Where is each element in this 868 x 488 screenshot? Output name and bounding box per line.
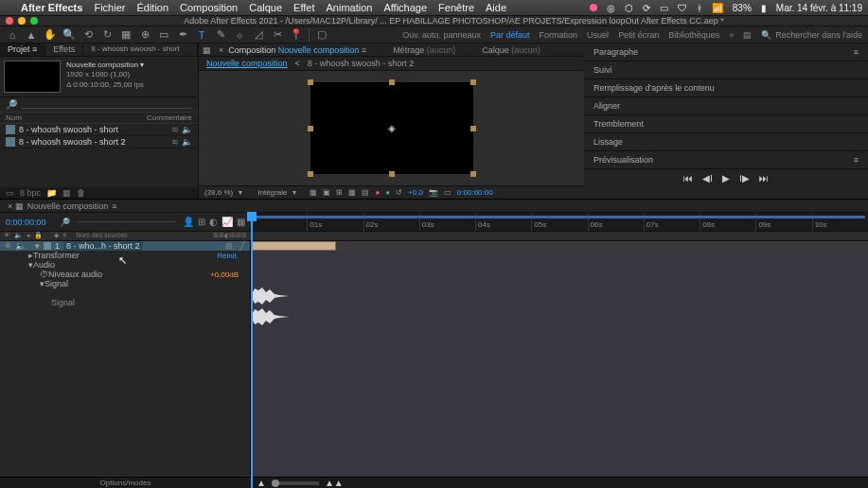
anchor-point-icon[interactable]: ◈	[385, 122, 399, 135]
layer-track[interactable]	[251, 241, 868, 251]
menu-animation[interactable]: Animation	[327, 2, 373, 13]
handle-bl[interactable]	[308, 171, 313, 177]
handle-br[interactable]	[470, 171, 476, 177]
antivirus-icon[interactable]: 🛡	[678, 3, 687, 13]
flowchart-icon[interactable]: ▦	[203, 45, 211, 55]
zoom-slider[interactable]	[272, 481, 319, 485]
camera-tool[interactable]: ▦	[119, 28, 133, 42]
clone-tool[interactable]: ⟐	[233, 28, 246, 42]
effects-tab[interactable]: Effets	[45, 44, 83, 56]
resolution-dropdown[interactable]: Intégrale	[257, 188, 287, 197]
selection-tool[interactable]: ▲	[25, 28, 38, 42]
prev-frame-button[interactable]: ◀Ⅰ	[702, 173, 713, 183]
menu-window[interactable]: Fenêtre	[438, 2, 474, 13]
project-item[interactable]: 8 - whoosh swoosh - short ≋🔈	[0, 124, 198, 136]
crumb-layer[interactable]: 8 - whoosh swoosh - short 2	[308, 59, 415, 68]
workspace-libraries[interactable]: Bibliothèques	[668, 30, 719, 40]
rotate-tool[interactable]: ↻	[100, 28, 114, 42]
menu-view[interactable]: Affichage	[383, 2, 427, 13]
new-folder-icon[interactable]: 📁	[46, 188, 57, 198]
toggle-switches-button[interactable]: Options/modes	[100, 479, 151, 487]
first-frame-button[interactable]: ⏮	[683, 173, 693, 183]
menu-effect[interactable]: Effet	[293, 2, 314, 13]
panel-paragraph[interactable]: Paragraphe≡	[584, 44, 868, 61]
bpc-button[interactable]: 8 bpc	[20, 188, 41, 198]
crumb-comp[interactable]: Nouvelle composition	[206, 59, 288, 68]
panel-wiggler[interactable]: Tremblement	[584, 115, 868, 133]
effects-tab-name[interactable]: 8 - whoosh swoosh - short	[83, 44, 198, 56]
orbit-tool[interactable]: ⟲	[81, 28, 95, 42]
composition-viewer[interactable]: ◈	[199, 71, 584, 185]
workspace-small[interactable]: Petit écran	[618, 30, 659, 40]
anchor-tool[interactable]: ⊕	[138, 28, 151, 42]
guides-icon[interactable]: ▤	[362, 188, 369, 197]
time-ruler[interactable]: 01s 02s 03s 04s 05s 06s 07s 08s 09s 10s	[251, 213, 868, 232]
clock[interactable]: Mar. 14 févr. à 11:19	[776, 3, 862, 13]
trash-icon[interactable]: 🗑	[77, 188, 85, 198]
handle-tc[interactable]	[389, 79, 395, 85]
puppet-tool[interactable]: 📍	[290, 28, 303, 42]
workspace-overflow-icon[interactable]: »	[729, 30, 734, 40]
col-comment[interactable]: Commentaire	[147, 113, 192, 122]
prop-audio[interactable]: ▾ Audio	[0, 260, 250, 270]
menu-composition[interactable]: Composition	[180, 2, 238, 13]
text-tool[interactable]: T	[195, 28, 208, 42]
new-comp-icon[interactable]: ▦	[62, 188, 71, 198]
sync-icon[interactable]: ⟳	[643, 3, 650, 13]
dropbox-icon[interactable]: ⬡	[625, 3, 633, 13]
panel-content-aware[interactable]: Remplissage d'après le contenu	[584, 79, 868, 97]
handle-tl[interactable]	[308, 79, 313, 85]
workspace-standard[interactable]: Usuel	[587, 30, 609, 40]
exposure-value[interactable]: +0,0	[408, 188, 423, 197]
home-button[interactable]: ⌂	[6, 28, 19, 42]
pen-tool[interactable]: ✒	[176, 28, 189, 42]
workspace-default[interactable]: Par défaut	[490, 30, 530, 40]
grid-icon[interactable]: ▦	[348, 188, 356, 197]
workspace-learn[interactable]: Formation	[540, 30, 578, 40]
panel-smoother[interactable]: Lissage	[584, 133, 868, 151]
timeline-tracks[interactable]	[251, 241, 868, 477]
panel-tracker[interactable]: Suivi	[584, 61, 868, 79]
close-window-button[interactable]	[6, 17, 13, 25]
prop-transform[interactable]: ▸ TransformerRéinit.	[0, 251, 250, 260]
project-item[interactable]: 8 - whoosh swoosh - short 2 ≋🔈	[0, 136, 198, 148]
chevron-down-icon[interactable]: ▾	[239, 188, 242, 197]
reset-button[interactable]: Réinit.	[217, 252, 239, 260]
layer-name[interactable]: 8 - who...h - short 2	[63, 241, 143, 251]
frame-blend-icon[interactable]: ⊞	[198, 217, 205, 227]
audio-level-value[interactable]: +0,00dB	[210, 270, 239, 279]
viewer-timecode[interactable]: 0:00:00:00	[457, 188, 493, 197]
cc-icon[interactable]: ◎	[607, 3, 615, 13]
expand-icon[interactable]: ▾	[35, 241, 40, 251]
prop-signal[interactable]: ▾ Signal	[0, 279, 250, 288]
comp-name[interactable]: Nouvelle composition ▾	[66, 61, 194, 70]
stopwatch-icon[interactable]: ⏱	[40, 270, 48, 279]
timeline-tab[interactable]: × ▦ Nouvelle composition ≡	[0, 200, 125, 212]
next-frame-button[interactable]: Ⅰ▶	[739, 173, 750, 183]
app-name[interactable]: After Effects	[21, 2, 82, 13]
solo-col-icon[interactable]: ●	[27, 232, 30, 240]
prop-audio-levels[interactable]: ⏱ Niveaux audio+0,00dB	[0, 270, 250, 279]
menu-help[interactable]: Aide	[486, 2, 506, 13]
brush-tool[interactable]: ✎	[214, 28, 227, 42]
display-icon[interactable]: ▭	[660, 3, 668, 13]
handle-bc[interactable]	[389, 171, 395, 177]
battery-icon[interactable]: ▮	[761, 3, 767, 13]
motion-blur-icon[interactable]: ◐	[209, 217, 218, 227]
snap-toggle[interactable]: ▢	[315, 28, 328, 42]
source-name-col[interactable]: Nom des sources	[76, 232, 127, 240]
draft3d-icon[interactable]: ▦	[237, 217, 245, 227]
reset-exposure-icon[interactable]: ↺	[396, 188, 402, 197]
eye-col-icon[interactable]: 👁	[4, 232, 10, 240]
channel-icon[interactable]: ●	[375, 188, 380, 197]
handle-tr[interactable]	[470, 79, 476, 85]
mask-icon[interactable]: ▣	[323, 188, 330, 197]
project-tab[interactable]: Projet ≡	[0, 44, 45, 56]
handle-mr[interactable]	[470, 126, 476, 131]
audio-clip[interactable]	[251, 241, 336, 251]
footage-tab[interactable]: Métrage (aucun)	[393, 45, 455, 55]
layer-row[interactable]: 👁🔈 ▾ 1 8 - who...h - short 2 ⊞ ╱	[0, 241, 250, 251]
menu-layer[interactable]: Calque	[249, 2, 282, 13]
ref-icon[interactable]: ⊞	[336, 188, 343, 197]
eye-toggle[interactable]: 👁	[4, 241, 12, 251]
